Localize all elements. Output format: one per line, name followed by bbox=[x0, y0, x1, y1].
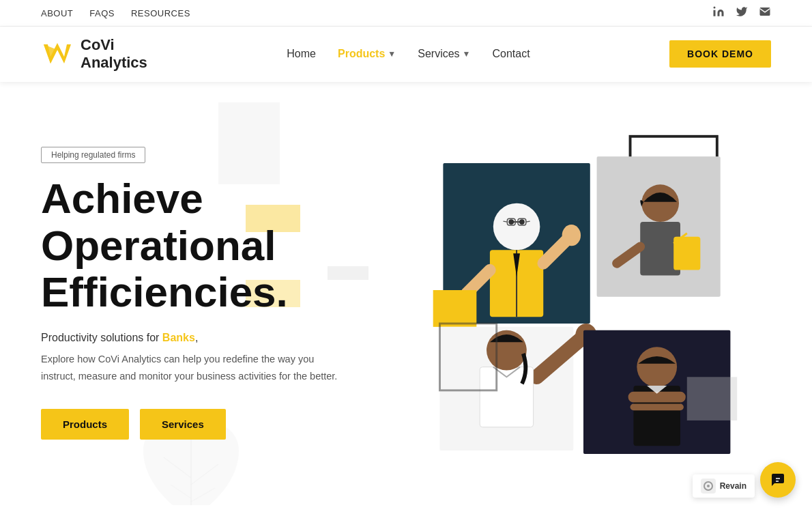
top-bar-nav: ABOUT FAQS RESOURCES bbox=[41, 8, 190, 18]
svg-point-37 bbox=[637, 347, 677, 387]
hero-illustration bbox=[423, 130, 744, 457]
faqs-link[interactable]: FAQS bbox=[89, 8, 115, 18]
services-dropdown-arrow: ▼ bbox=[463, 49, 471, 59]
social-icons bbox=[712, 5, 771, 20]
nav-home[interactable]: Home bbox=[287, 48, 316, 60]
svg-line-22 bbox=[504, 221, 508, 222]
about-link[interactable]: ABOUT bbox=[41, 8, 73, 18]
hero-description: Explore how CoVi Analytics can help you … bbox=[41, 351, 341, 384]
subtitle-suffix: , bbox=[195, 332, 198, 343]
revain-badge[interactable]: Revain bbox=[693, 474, 755, 498]
hero-right bbox=[396, 123, 771, 464]
hero-section: Helping regulated firms Achieve Operatio… bbox=[0, 82, 812, 505]
revain-label: Revain bbox=[720, 481, 746, 491]
svg-rect-27 bbox=[673, 236, 700, 270]
book-demo-button[interactable]: BOOK DEMO bbox=[669, 40, 771, 68]
services-button[interactable]: Services bbox=[140, 409, 226, 440]
svg-line-23 bbox=[526, 221, 530, 222]
logo[interactable]: CoVi Analytics bbox=[41, 36, 147, 72]
main-nav: Home Products ▼ Services ▼ Contact bbox=[287, 48, 530, 60]
logo-icon bbox=[41, 38, 74, 70]
svg-point-10 bbox=[493, 203, 540, 250]
twitter-icon[interactable] bbox=[736, 5, 748, 20]
nav-products[interactable]: Products ▼ bbox=[338, 48, 396, 60]
products-button[interactable]: Products bbox=[41, 409, 129, 440]
illustration-grid bbox=[423, 130, 744, 457]
products-dropdown-arrow: ▼ bbox=[388, 49, 396, 59]
logo-text: CoVi Analytics bbox=[81, 36, 147, 72]
chat-widget[interactable] bbox=[760, 462, 796, 498]
top-bar: ABOUT FAQS RESOURCES bbox=[0, 0, 812, 27]
hero-title: Achieve Operational Efficiencies. bbox=[41, 175, 396, 315]
nav-services[interactable]: Services ▼ bbox=[418, 48, 470, 60]
svg-point-48 bbox=[707, 485, 710, 487]
nav-services-link[interactable]: Services bbox=[418, 48, 459, 60]
svg-point-0 bbox=[714, 7, 716, 9]
subtitle-highlight: Banks bbox=[162, 332, 195, 343]
svg-point-25 bbox=[641, 184, 679, 222]
helping-badge: Helping regulated firms bbox=[41, 147, 145, 163]
nav-contact[interactable]: Contact bbox=[492, 48, 530, 60]
hero-left: Helping regulated firms Achieve Operatio… bbox=[41, 147, 396, 440]
subtitle-prefix: Productivity solutions for bbox=[41, 332, 162, 343]
header: CoVi Analytics Home Products ▼ Services … bbox=[0, 27, 812, 82]
email-icon[interactable] bbox=[759, 5, 771, 20]
nav-products-link[interactable]: Products bbox=[338, 48, 385, 60]
svg-point-18 bbox=[562, 225, 581, 246]
resources-link[interactable]: RESOURCES bbox=[131, 8, 190, 18]
svg-rect-42 bbox=[687, 377, 737, 420]
revain-icon bbox=[701, 479, 716, 494]
chat-icon bbox=[770, 472, 786, 488]
hero-subtitle: Productivity solutions for Banks, bbox=[41, 332, 396, 344]
hero-buttons: Products Services bbox=[41, 409, 396, 440]
svg-rect-30 bbox=[433, 290, 477, 327]
linkedin-icon[interactable] bbox=[712, 5, 725, 20]
